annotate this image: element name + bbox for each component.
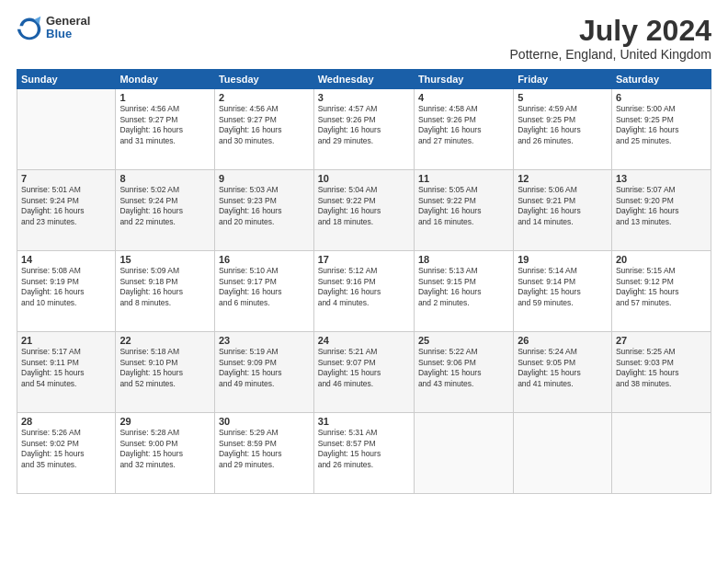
day-number: 31 xyxy=(318,416,410,427)
calendar-week-row: 14Sunrise: 5:08 AM Sunset: 9:19 PM Dayli… xyxy=(17,251,711,332)
calendar: Sunday Monday Tuesday Wednesday Thursday… xyxy=(17,69,711,494)
subtitle: Potterne, England, United Kingdom xyxy=(510,47,711,62)
table-row: 8Sunrise: 5:02 AM Sunset: 9:24 PM Daylig… xyxy=(116,170,215,251)
header: General Blue July 2024 Potterne, England… xyxy=(17,15,711,62)
col-tuesday: Tuesday xyxy=(214,70,313,89)
table-row xyxy=(17,89,116,170)
day-number: 14 xyxy=(21,254,111,265)
day-info: Sunrise: 5:22 AM Sunset: 9:06 PM Dayligh… xyxy=(418,347,509,389)
col-wednesday: Wednesday xyxy=(313,70,414,89)
day-number: 4 xyxy=(418,92,509,103)
day-number: 9 xyxy=(219,173,310,184)
day-number: 23 xyxy=(219,335,310,346)
day-number: 2 xyxy=(219,92,310,103)
day-number: 15 xyxy=(119,254,210,265)
table-row: 19Sunrise: 5:14 AM Sunset: 9:14 PM Dayli… xyxy=(514,251,612,332)
table-row: 26Sunrise: 5:24 AM Sunset: 9:05 PM Dayli… xyxy=(514,332,612,413)
day-info: Sunrise: 5:01 AM Sunset: 9:24 PM Dayligh… xyxy=(21,185,111,227)
main-title: July 2024 xyxy=(510,15,711,47)
col-sunday: Sunday xyxy=(17,70,116,89)
table-row: 13Sunrise: 5:07 AM Sunset: 9:20 PM Dayli… xyxy=(611,170,711,251)
logo: General Blue xyxy=(17,15,90,41)
day-info: Sunrise: 5:00 AM Sunset: 9:25 PM Dayligh… xyxy=(616,104,707,146)
day-info: Sunrise: 4:56 AM Sunset: 9:27 PM Dayligh… xyxy=(119,104,210,146)
table-row: 31Sunrise: 5:31 AM Sunset: 8:57 PM Dayli… xyxy=(313,413,414,494)
day-info: Sunrise: 5:18 AM Sunset: 9:10 PM Dayligh… xyxy=(119,347,210,389)
day-info: Sunrise: 5:28 AM Sunset: 9:00 PM Dayligh… xyxy=(119,428,210,470)
day-number: 12 xyxy=(518,173,608,184)
table-row: 28Sunrise: 5:26 AM Sunset: 9:02 PM Dayli… xyxy=(17,413,116,494)
table-row xyxy=(514,413,612,494)
day-number: 21 xyxy=(21,335,111,346)
table-row: 10Sunrise: 5:04 AM Sunset: 9:22 PM Dayli… xyxy=(313,170,414,251)
table-row: 11Sunrise: 5:05 AM Sunset: 9:22 PM Dayli… xyxy=(414,170,513,251)
day-info: Sunrise: 5:14 AM Sunset: 9:14 PM Dayligh… xyxy=(518,266,608,308)
calendar-week-row: 7Sunrise: 5:01 AM Sunset: 9:24 PM Daylig… xyxy=(17,170,711,251)
logo-general-text: General xyxy=(46,15,90,28)
day-number: 7 xyxy=(21,173,111,184)
day-number: 5 xyxy=(518,92,608,103)
day-info: Sunrise: 5:09 AM Sunset: 9:18 PM Dayligh… xyxy=(119,266,210,308)
day-info: Sunrise: 4:59 AM Sunset: 9:25 PM Dayligh… xyxy=(518,104,608,146)
day-info: Sunrise: 5:03 AM Sunset: 9:23 PM Dayligh… xyxy=(219,185,310,227)
day-info: Sunrise: 5:05 AM Sunset: 9:22 PM Dayligh… xyxy=(418,185,509,227)
day-info: Sunrise: 4:57 AM Sunset: 9:26 PM Dayligh… xyxy=(318,104,410,146)
table-row: 21Sunrise: 5:17 AM Sunset: 9:11 PM Dayli… xyxy=(17,332,116,413)
day-info: Sunrise: 5:12 AM Sunset: 9:16 PM Dayligh… xyxy=(318,266,410,308)
calendar-week-row: 1Sunrise: 4:56 AM Sunset: 9:27 PM Daylig… xyxy=(17,89,711,170)
table-row: 23Sunrise: 5:19 AM Sunset: 9:09 PM Dayli… xyxy=(214,332,313,413)
day-number: 19 xyxy=(518,254,608,265)
day-number: 26 xyxy=(518,335,608,346)
table-row xyxy=(611,413,711,494)
calendar-week-row: 28Sunrise: 5:26 AM Sunset: 9:02 PM Dayli… xyxy=(17,413,711,494)
day-number: 3 xyxy=(318,92,410,103)
table-row: 25Sunrise: 5:22 AM Sunset: 9:06 PM Dayli… xyxy=(414,332,513,413)
day-info: Sunrise: 5:31 AM Sunset: 8:57 PM Dayligh… xyxy=(318,428,410,470)
day-info: Sunrise: 5:15 AM Sunset: 9:12 PM Dayligh… xyxy=(616,266,707,308)
table-row: 22Sunrise: 5:18 AM Sunset: 9:10 PM Dayli… xyxy=(116,332,215,413)
day-info: Sunrise: 5:29 AM Sunset: 8:59 PM Dayligh… xyxy=(219,428,310,470)
day-number: 11 xyxy=(418,173,509,184)
calendar-week-row: 21Sunrise: 5:17 AM Sunset: 9:11 PM Dayli… xyxy=(17,332,711,413)
day-info: Sunrise: 5:08 AM Sunset: 9:19 PM Dayligh… xyxy=(21,266,111,308)
day-number: 8 xyxy=(119,173,210,184)
calendar-header-row: Sunday Monday Tuesday Wednesday Thursday… xyxy=(17,70,711,89)
day-number: 16 xyxy=(219,254,310,265)
day-info: Sunrise: 5:10 AM Sunset: 9:17 PM Dayligh… xyxy=(219,266,310,308)
table-row: 27Sunrise: 5:25 AM Sunset: 9:03 PM Dayli… xyxy=(611,332,711,413)
title-block: July 2024 Potterne, England, United King… xyxy=(510,15,711,62)
table-row: 14Sunrise: 5:08 AM Sunset: 9:19 PM Dayli… xyxy=(17,251,116,332)
logo-blue-text: Blue xyxy=(46,28,90,40)
table-row: 5Sunrise: 4:59 AM Sunset: 9:25 PM Daylig… xyxy=(514,89,612,170)
day-number: 24 xyxy=(318,335,410,346)
table-row: 1Sunrise: 4:56 AM Sunset: 9:27 PM Daylig… xyxy=(116,89,215,170)
table-row: 20Sunrise: 5:15 AM Sunset: 9:12 PM Dayli… xyxy=(611,251,711,332)
table-row: 9Sunrise: 5:03 AM Sunset: 9:23 PM Daylig… xyxy=(214,170,313,251)
day-number: 1 xyxy=(119,92,210,103)
day-info: Sunrise: 5:17 AM Sunset: 9:11 PM Dayligh… xyxy=(21,347,111,389)
day-info: Sunrise: 5:25 AM Sunset: 9:03 PM Dayligh… xyxy=(616,347,707,389)
day-info: Sunrise: 5:07 AM Sunset: 9:20 PM Dayligh… xyxy=(616,185,707,227)
day-number: 17 xyxy=(318,254,410,265)
day-info: Sunrise: 5:21 AM Sunset: 9:07 PM Dayligh… xyxy=(318,347,410,389)
col-monday: Monday xyxy=(116,70,215,89)
logo-icon xyxy=(17,15,42,40)
col-friday: Friday xyxy=(514,70,612,89)
table-row: 29Sunrise: 5:28 AM Sunset: 9:00 PM Dayli… xyxy=(116,413,215,494)
table-row: 2Sunrise: 4:56 AM Sunset: 9:27 PM Daylig… xyxy=(214,89,313,170)
day-number: 22 xyxy=(119,335,210,346)
page: General Blue July 2024 Potterne, England… xyxy=(0,0,728,563)
table-row: 24Sunrise: 5:21 AM Sunset: 9:07 PM Dayli… xyxy=(313,332,414,413)
day-number: 18 xyxy=(418,254,509,265)
day-number: 20 xyxy=(616,254,707,265)
day-number: 25 xyxy=(418,335,509,346)
day-info: Sunrise: 4:56 AM Sunset: 9:27 PM Dayligh… xyxy=(219,104,310,146)
table-row: 16Sunrise: 5:10 AM Sunset: 9:17 PM Dayli… xyxy=(214,251,313,332)
day-info: Sunrise: 5:19 AM Sunset: 9:09 PM Dayligh… xyxy=(219,347,310,389)
day-number: 27 xyxy=(616,335,707,346)
day-info: Sunrise: 5:13 AM Sunset: 9:15 PM Dayligh… xyxy=(418,266,509,308)
day-number: 10 xyxy=(318,173,410,184)
day-number: 30 xyxy=(219,416,310,427)
logo-text: General Blue xyxy=(46,15,90,41)
day-info: Sunrise: 5:24 AM Sunset: 9:05 PM Dayligh… xyxy=(518,347,608,389)
